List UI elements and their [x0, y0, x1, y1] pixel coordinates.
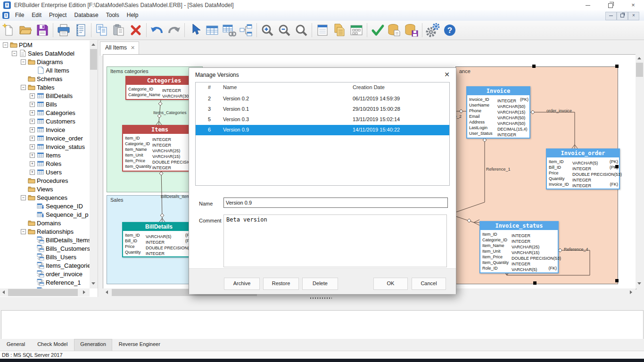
bottom-tab-check-model[interactable]: Check Model — [32, 339, 73, 351]
tree-item-procedures[interactable]: Procedures — [0, 176, 90, 185]
paste-button[interactable] — [111, 22, 127, 38]
collapse-icon[interactable]: − — [12, 51, 17, 56]
expand-icon[interactable]: + — [30, 110, 35, 115]
tree-item-relationships[interactable]: −Relationships — [0, 227, 90, 236]
help-button[interactable]: ? — [442, 22, 458, 38]
print-button[interactable] — [56, 22, 72, 38]
version-row-version-0-1[interactable]: 3Version 0.129/10/2019 15:00:28 — [196, 104, 449, 115]
expand-icon[interactable]: + — [30, 144, 35, 149]
restore-button[interactable] — [603, 1, 618, 9]
tree-item-invoice[interactable]: +Invoice — [0, 125, 90, 134]
delete-button[interactable] — [128, 22, 144, 38]
app-menu-icon[interactable] — [2, 12, 9, 19]
tree-item-tables[interactable]: −Tables — [0, 83, 90, 91]
tree-item-roles[interactable]: +Roles — [0, 159, 90, 168]
menu-item-edit[interactable]: Edit — [28, 10, 45, 21]
save-database-button[interactable] — [404, 22, 420, 38]
tree-item-domains[interactable]: Domains — [0, 219, 90, 227]
entity-billdetails[interactable]: BillDetailsItem_IDVARCHAR(5)(PK)Bill_IDI… — [122, 222, 196, 257]
expand-icon[interactable]: + — [30, 127, 35, 132]
menu-item-tools[interactable]: Tools — [102, 10, 123, 21]
tree-item-sequences[interactable]: −Sequences — [0, 193, 90, 202]
selection-handle[interactable] — [615, 65, 619, 68]
close-button[interactable]: × — [626, 1, 640, 9]
tree-item-sequence-id-p[interactable]: Sequence_id_p — [0, 210, 90, 219]
expand-icon[interactable]: + — [30, 102, 35, 107]
open-folder-button[interactable] — [17, 22, 33, 38]
expand-icon[interactable]: + — [30, 153, 35, 158]
entity-invoice-order[interactable]: Invoice_orderItem_IDVARCHAR(5)(PK)Bill_I… — [546, 148, 620, 189]
restore-version-button[interactable]: Restore — [263, 278, 299, 290]
window-grid-button[interactable] — [348, 22, 364, 38]
tab-close-icon[interactable]: ✕ — [131, 45, 135, 50]
tree-item-items[interactable]: +Items — [0, 151, 90, 159]
selection-handle[interactable] — [615, 279, 619, 282]
entity-invoice[interactable]: InvoiceInvoice_IDINTEGER(PK)UserNameVARC… — [466, 86, 530, 139]
tree-item-bills-users[interactable]: Bills_Users — [0, 253, 90, 261]
tree-item-billdetails[interactable]: +BillDetails — [0, 91, 90, 100]
copy-button[interactable] — [94, 22, 110, 38]
cancel-button[interactable]: Cancel — [412, 278, 446, 290]
tab-all-items[interactable]: All Items✕ — [100, 41, 139, 56]
selection-handle[interactable] — [532, 65, 536, 68]
settings-button[interactable] — [425, 22, 441, 38]
tree-item-order-invoice[interactable]: order_invoice — [0, 270, 90, 278]
bottom-tab-generation[interactable]: Generation — [74, 339, 112, 351]
tree-item-bills[interactable]: +Bills — [0, 100, 90, 108]
splitter-handle[interactable] — [310, 297, 332, 299]
save-button[interactable] — [34, 22, 50, 38]
document-button[interactable] — [314, 22, 330, 38]
tree-vertical-scrollbar[interactable] — [90, 41, 98, 288]
zoom-out-button[interactable] — [276, 22, 292, 38]
check-model-button[interactable] — [370, 22, 386, 38]
doc-copy-button[interactable] — [331, 22, 347, 38]
zoom-button[interactable] — [293, 22, 309, 38]
selection-handle[interactable] — [615, 165, 619, 168]
menu-item-file[interactable]: File — [11, 10, 28, 21]
version-row-version-0-2[interactable]: 2Version 0.206/11/2019 14:59:39 — [196, 94, 449, 104]
tree-item-customers[interactable]: +Customers — [0, 117, 90, 125]
menu-item-database[interactable]: Database — [70, 10, 102, 21]
undo-button[interactable] — [149, 22, 165, 38]
menu-item-help[interactable]: Help — [123, 10, 142, 21]
collapse-icon[interactable]: − — [3, 42, 8, 48]
ok-button[interactable]: OK — [373, 278, 408, 290]
redo-button[interactable] — [166, 22, 182, 38]
expand-icon[interactable]: + — [30, 119, 35, 124]
comment-textarea[interactable]: Beta version — [223, 214, 447, 267]
version-row-version-0-3[interactable]: 5Version 0.313/11/2019 15:02:14 — [196, 115, 449, 125]
tree-item-schemas[interactable]: Schemas — [0, 74, 90, 83]
collapse-icon[interactable]: − — [21, 59, 26, 65]
expand-icon[interactable]: + — [30, 136, 35, 141]
menu-item-project[interactable]: Project — [45, 10, 70, 21]
table-button[interactable] — [204, 22, 220, 38]
tree-horizontal-scrollbar[interactable] — [0, 288, 90, 296]
tree-item-all-items[interactable]: All Items — [0, 66, 90, 74]
entity-invoice-status[interactable]: Invoice_statusItem_IDINTEGERCategorie_ID… — [479, 221, 559, 273]
tree-item-invoice-order[interactable]: +Invoice_order — [0, 134, 90, 142]
archive-button[interactable]: Archive — [224, 278, 260, 290]
tree-item-categories[interactable]: +Categories — [0, 108, 90, 117]
entity-items[interactable]: ItemsItem_IDINTEGERCategorie_IDINTEGERIt… — [122, 125, 198, 172]
tree-item-reference-1[interactable]: Reference_1 — [0, 278, 90, 287]
dialog-close-icon[interactable]: ✕ — [443, 71, 451, 78]
collapse-icon[interactable]: − — [21, 229, 26, 234]
canvas-vertical-scrollbar[interactable] — [636, 54, 644, 288]
delete-version-button[interactable]: Delete — [302, 278, 338, 290]
tree-item-billdetails-items[interactable]: BillDetails_Items — [0, 236, 90, 244]
zoom-in-button[interactable] — [259, 22, 275, 38]
pointer-button[interactable] — [187, 22, 203, 38]
diagram-button[interactable] — [238, 22, 254, 38]
version-row-version-0-9[interactable]: 6Version 0.914/11/2019 15:40:22 — [196, 125, 449, 135]
expand-icon[interactable]: + — [30, 161, 35, 166]
mdi-close-button[interactable]: × — [628, 12, 639, 20]
report-button[interactable] — [73, 22, 89, 38]
mdi-restore-button[interactable] — [617, 12, 628, 20]
name-input[interactable] — [223, 197, 448, 208]
generate-script-button[interactable] — [387, 22, 403, 38]
table-link-button[interactable] — [221, 22, 237, 38]
mdi-minimize-button[interactable] — [605, 12, 617, 20]
tree-item-bills-customers[interactable]: Bills_Customers — [0, 244, 90, 253]
new-file-button[interactable] — [0, 22, 17, 38]
expand-icon[interactable]: + — [30, 93, 35, 99]
